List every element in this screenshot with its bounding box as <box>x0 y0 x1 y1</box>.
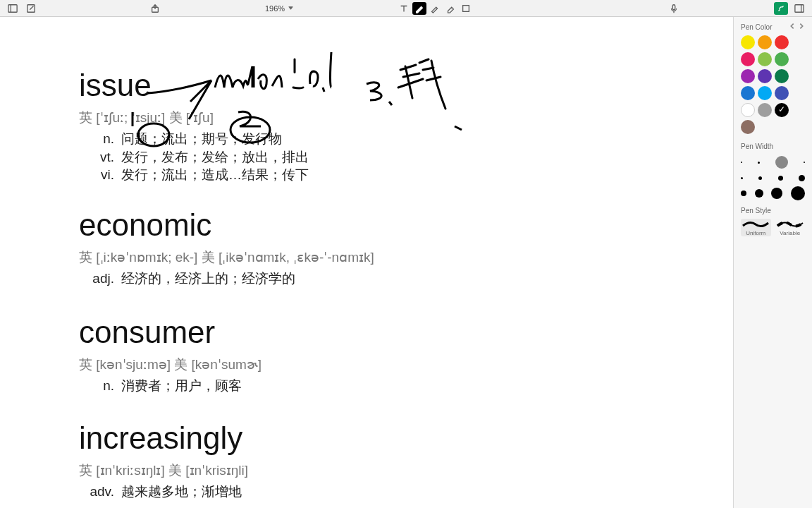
svg-rect-5 <box>672 4 675 9</box>
definitions: n.消费者；用户，顾客 <box>79 377 262 395</box>
pen-width-row-3[interactable] <box>741 186 805 201</box>
svg-rect-0 <box>8 4 17 12</box>
pen-width-label: Pen Width <box>741 143 805 150</box>
highlighter-tool-button[interactable] <box>428 2 442 15</box>
pen-tool-button[interactable] <box>412 2 426 15</box>
headword: issue <box>79 68 309 103</box>
chevron-down-icon <box>288 5 294 11</box>
toolbar: 196% <box>0 0 812 17</box>
chevron-right-icon[interactable] <box>798 23 805 30</box>
eraser-tool-button[interactable] <box>443 2 457 15</box>
mic-button[interactable] <box>667 2 681 15</box>
pen-color-label: Pen Color <box>741 23 772 31</box>
entry-issue: issue英 [ˈɪʃuː; ˈɪsjuː] 美 [ˈɪʃu]n.问题；流出；期… <box>79 68 309 184</box>
pronunciation: 英 [ˈɪʃuː; ˈɪsjuː] 美 [ˈɪʃu] <box>79 109 309 127</box>
pen-style-uniform[interactable]: Uniform <box>741 219 771 236</box>
definitions: adv.越来越多地；渐增地 <box>79 483 248 501</box>
color-swatch[interactable] <box>775 86 789 100</box>
color-swatch[interactable] <box>741 35 755 49</box>
pen-width-row-2[interactable] <box>741 170 805 186</box>
svg-rect-4 <box>463 5 469 11</box>
compose-button[interactable] <box>24 2 38 15</box>
headword: increasingly <box>79 421 248 456</box>
zoom-value: 196% <box>265 4 285 13</box>
text-tool-button[interactable] <box>397 2 411 15</box>
zoom-control[interactable]: 196% <box>265 4 294 13</box>
pen-style-variable[interactable]: Variable <box>775 219 806 236</box>
inspector-panel: Pen Color Pen Width Pen Style <box>733 17 812 508</box>
panel-toggle-button[interactable] <box>792 2 806 15</box>
definitions: n.问题；流出；期号；发行物vt.发行，发布；发给；放出，排出vi.发行；流出；… <box>79 130 309 184</box>
link-button[interactable] <box>774 2 788 15</box>
pronunciation: 英 [ɪnˈkriːsɪŋlɪ] 美 [ɪnˈkrisɪŋli] <box>79 461 248 480</box>
headword: consumer <box>79 315 262 350</box>
svg-rect-6 <box>795 4 804 12</box>
headword: economic <box>79 207 374 243</box>
color-swatch[interactable] <box>775 69 789 83</box>
share-button[interactable] <box>148 2 162 15</box>
pronunciation: 英 [ˌiːkəˈnɒmɪk; ek-] 美 [ˌikəˈnɑmɪk, ˌɛkə… <box>79 248 374 267</box>
color-swatch[interactable] <box>758 35 772 49</box>
color-swatch[interactable] <box>741 103 755 117</box>
color-swatch[interactable] <box>775 52 789 66</box>
pen-style-label: Pen Style <box>741 207 805 214</box>
entry-increasingly: increasingly英 [ɪnˈkriːsɪŋlɪ] 美 [ɪnˈkrisɪ… <box>79 421 248 501</box>
color-swatch[interactable] <box>758 69 772 83</box>
color-swatch[interactable] <box>758 86 772 100</box>
sidebar-toggle-button[interactable] <box>6 2 20 15</box>
color-swatch[interactable] <box>741 120 755 134</box>
color-swatches <box>741 35 805 134</box>
color-swatch[interactable] <box>758 52 772 66</box>
color-swatch[interactable] <box>758 103 772 117</box>
color-swatch[interactable] <box>741 52 755 66</box>
color-swatch[interactable] <box>741 86 755 100</box>
pen-width-row-1[interactable] <box>741 155 805 170</box>
shape-tool-button[interactable] <box>459 2 473 15</box>
pronunciation: 英 [kənˈsjuːmə] 美 [kənˈsumɚ] <box>79 356 262 374</box>
canvas[interactable]: issue英 [ˈɪʃuː; ˈɪsjuː] 美 [ˈɪʃu]n.问题；流出；期… <box>0 17 733 508</box>
color-swatch[interactable] <box>775 35 789 49</box>
definitions: adj.经济的，经济上的；经济学的 <box>79 270 374 288</box>
chevron-left-icon[interactable] <box>789 23 796 30</box>
color-swatch[interactable] <box>775 103 789 117</box>
color-swatch[interactable] <box>741 69 755 83</box>
entry-economic: economic英 [ˌiːkəˈnɒmɪk; ek-] 美 [ˌikəˈnɑm… <box>79 207 374 288</box>
entry-consumer: consumer英 [kənˈsjuːmə] 美 [kənˈsumɚ]n.消费者… <box>79 315 262 395</box>
